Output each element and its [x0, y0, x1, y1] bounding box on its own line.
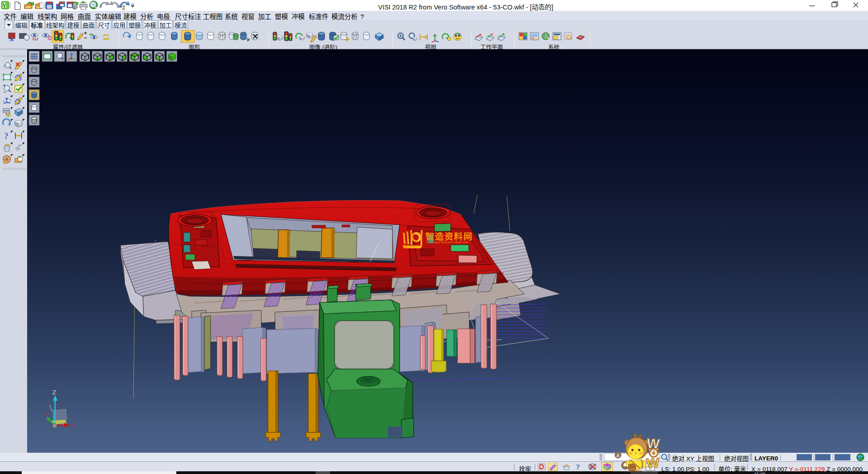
- svg-text:?: ?: [4, 131, 9, 141]
- svg-text:INTELLIGENT MANUFACTURING DATA: INTELLIGENT MANUFACTURING DATA: [426, 241, 469, 244]
- svg-text:?: ?: [576, 463, 580, 471]
- svg-text:Z: Z: [52, 389, 56, 396]
- svg-text:Y: Y: [45, 411, 49, 418]
- svg-text:W: W: [646, 455, 660, 471]
- svg-text:X: X: [71, 422, 75, 429]
- svg-text:A: A: [616, 453, 620, 458]
